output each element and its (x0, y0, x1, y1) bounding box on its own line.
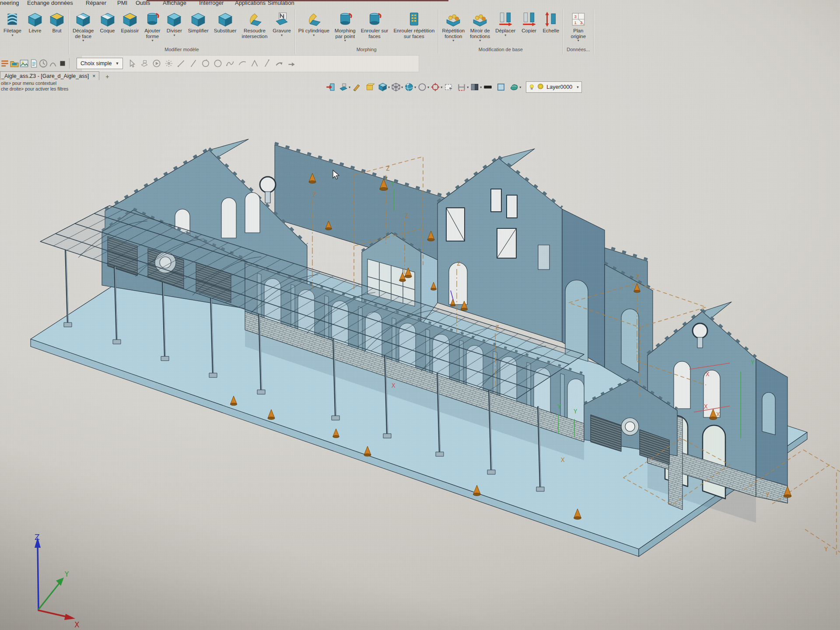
menu-engineering[interactable]: neering (0, 0, 19, 6)
menu-affichage[interactable]: Affichage (163, 0, 186, 6)
triad-z-label: Z (35, 533, 40, 542)
menu-reparer[interactable]: Réparer (86, 0, 106, 6)
ribbon-item-morphing-par-point[interactable]: Morphing par point ▾ (332, 10, 358, 42)
menu-pmi[interactable]: PMI (117, 0, 127, 6)
spline-tool-icon[interactable] (225, 59, 235, 68)
primitive-icon[interactable]: ▾ (365, 82, 377, 92)
ribbon-item-simplifier[interactable]: Simplifier ▾ (185, 10, 211, 37)
menu-simulation[interactable]: Simulation (268, 0, 294, 6)
ribbon-item-icon: 312 (570, 10, 587, 28)
view-toolbar-icon (404, 82, 414, 92)
move-points-icon[interactable] (164, 59, 174, 68)
sweep2-tool-icon[interactable] (287, 59, 296, 68)
datum-label: Z (457, 260, 460, 267)
history-icon[interactable] (38, 59, 48, 68)
ribbon-item-miroir-de-fonctions[interactable]: Miroir de fonctions ▾ (467, 10, 493, 42)
viewport-3d-scene[interactable]: ZZZZZZYYYYXXXXXYY Z Y X (0, 0, 840, 630)
curve-tool-icon[interactable] (238, 59, 247, 68)
ribbon-group-label: Modifier modèle (70, 47, 294, 54)
ribbon-item-coque[interactable]: Coque ▾ (97, 10, 119, 37)
ribbon-item-copier[interactable]: Copier ▾ (518, 10, 540, 37)
shaded-cube-icon[interactable]: ▾ (378, 82, 390, 92)
angle-tool-icon[interactable] (250, 59, 259, 68)
datum-label: Y (574, 408, 578, 415)
ribbon-item-ajouter-forme[interactable]: Ajouter forme ▾ (141, 10, 163, 42)
menu-echange-donnees[interactable]: Echange données (27, 0, 73, 6)
menu-applications[interactable]: Applications (235, 0, 266, 6)
ribbon-item-label: Brut (52, 28, 61, 34)
select-cursor-icon[interactable] (127, 59, 137, 68)
ribbon-item-substituer[interactable]: Substituer ▾ (211, 10, 239, 37)
ribbon-item-label: Miroir de fonctions (470, 28, 490, 39)
bulb-icon (529, 83, 536, 91)
selection-mode-combo[interactable]: Choix simple ▼ (77, 58, 123, 69)
ribbon-item-levre[interactable]: Lèvre ▾ (24, 10, 46, 37)
ribbon-item-enrouler-repetition-sur-faces[interactable]: Enrouler répétition sur faces ▾ (391, 10, 437, 42)
menu-interroger[interactable]: Interroger (199, 0, 224, 6)
datum-icon[interactable]: ▾ (339, 82, 350, 92)
layer-name: Layer0000 (546, 84, 572, 90)
arc-tool-icon[interactable] (48, 59, 58, 68)
ribbon-item-label: Resoudre intersection (242, 28, 268, 39)
new-tab-button[interactable]: + (105, 73, 109, 80)
datum-label: Y (557, 403, 561, 410)
orbit-icon[interactable]: ▾ (509, 82, 521, 92)
ribbon-group-label: Données... (564, 47, 592, 54)
chevron-down-icon: ▾ (578, 39, 579, 42)
menu-outils[interactable]: Outils (136, 0, 150, 6)
render-mode-icon[interactable]: ▾ (404, 82, 416, 92)
selection-mode-value: Choix simple (80, 60, 112, 66)
section-view-icon[interactable]: ▾ (457, 82, 469, 92)
ribbon-item-icon (521, 10, 537, 28)
svg-text:1: 1 (574, 20, 576, 25)
ribbon-item-repetition-fonction[interactable]: Répétition fonction ▾ (439, 10, 467, 42)
pencil-icon[interactable]: ▾ (352, 82, 364, 92)
ribbon-item-diviser[interactable]: Diviser ▾ (163, 10, 185, 37)
window-zoom-icon[interactable]: ▾ (444, 82, 455, 92)
ribbon-item-label: Echelle (542, 28, 559, 34)
image-icon[interactable] (19, 59, 29, 68)
wireframe-cube-icon[interactable]: ▾ (391, 82, 403, 92)
datum-label: Y (391, 180, 395, 187)
chevron-down-icon: ▾ (349, 85, 350, 89)
ribbon-item-deplacer[interactable]: Déplacer ▾ (493, 10, 518, 37)
ribbon-item-resoudre-intersection[interactable]: Resoudre intersection ▾ (239, 10, 270, 42)
export-icon[interactable] (29, 59, 38, 68)
circle-display-icon[interactable]: ▾ (417, 82, 429, 92)
circle-tool-icon[interactable] (213, 59, 223, 68)
chevron-down-icon: ▾ (11, 34, 13, 37)
square-tool-icon[interactable] (58, 59, 67, 68)
menu-lines-icon[interactable] (0, 59, 10, 68)
exit-sketch-icon[interactable]: ▾ (326, 82, 337, 92)
target-icon[interactable]: ▾ (430, 82, 442, 92)
ribbon-item-icon (166, 10, 182, 28)
slash-tool-icon[interactable] (262, 59, 272, 68)
ribbon-item-pli-cylindrique[interactable]: Pli cylindrique ▾ (296, 10, 332, 37)
ribbon-item-plan-origine[interactable]: 312 Plan origine ▾ (567, 10, 589, 42)
line2-tool-icon[interactable] (189, 59, 198, 68)
circle-rotate-icon[interactable] (201, 59, 210, 68)
chevron-down-icon: ▾ (82, 39, 84, 42)
grid-plane-icon[interactable]: ▾ (496, 82, 508, 92)
datum-label: Z (312, 191, 316, 198)
document-tab[interactable]: _Aigle_ass.Z3 - [Gare_d_Aigle_ass] × (0, 71, 99, 80)
sweep-tool-icon[interactable] (274, 59, 284, 68)
chevron-down-icon: ▾ (388, 85, 390, 89)
layer-combo[interactable]: Layer0000 ▾ (526, 81, 582, 93)
stamp-tool-icon[interactable] (140, 59, 149, 68)
background-icon[interactable]: ▾ (483, 82, 495, 92)
play-tool-icon[interactable] (152, 59, 161, 68)
ribbon-item-gravure[interactable]: Gravure ▾ (270, 10, 294, 37)
open-folder-icon[interactable] (10, 59, 19, 68)
ribbon-item-epaissir[interactable]: Epaissir ▾ (119, 10, 142, 37)
chevron-down-icon: ▾ (414, 85, 416, 89)
ribbon-item-echelle[interactable]: Echelle ▾ (540, 10, 562, 37)
ribbon-item-enrouler-sur-faces[interactable]: Enrouler sur faces ▾ (358, 10, 391, 42)
ribbon-item-filetage[interactable]: Filetage ▾ (1, 10, 24, 37)
ribbon-item-decalage-de-face[interactable]: Décalage de face ▾ (70, 10, 97, 42)
close-icon[interactable]: × (92, 73, 95, 79)
prompt-line: che droite> pour activer les filtres (1, 86, 68, 92)
line-tool-icon[interactable] (176, 59, 186, 68)
shade-mode-icon[interactable]: ▾ (470, 82, 482, 92)
ribbon-item-brut[interactable]: Brut ▾ (46, 10, 68, 37)
